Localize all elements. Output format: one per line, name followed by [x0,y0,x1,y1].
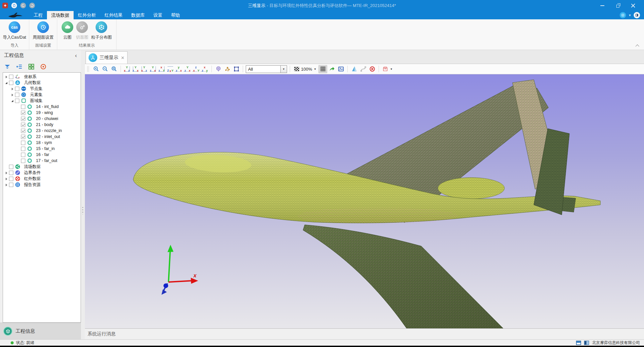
view-left-button[interactable]: Yxz [140,65,149,73]
view-iso-2-button[interactable]: Yzx [183,65,192,73]
tree-expander-icon[interactable] [5,183,8,187]
tree-checkbox[interactable] [9,177,13,181]
tree-item-20-chuiwei[interactable]: 20 - chuiwei [3,116,81,122]
tree-checkbox[interactable] [15,93,19,97]
clear-results-button[interactable] [368,65,377,73]
tree-checkbox[interactable] [21,135,25,139]
tree-checkbox[interactable] [15,87,19,91]
tree-checkbox[interactable] [21,159,25,163]
filter-button[interactable] [3,63,11,71]
tab-flow-data[interactable]: 流场数据 [47,11,74,19]
tree-item-node-set[interactable]: 节点集 [3,86,81,92]
tree-expander-icon[interactable] [5,75,8,79]
zoom-in-button[interactable] [92,65,101,73]
app-icon[interactable] [2,3,8,8]
view-bottom-button[interactable]: ZYx [166,65,175,73]
tree-item-coordinate-system[interactable]: 坐标系 [3,74,81,80]
probe-button[interactable] [214,65,223,73]
particle-distribution-button[interactable]: 粒子分布图 [90,21,114,50]
tree-expander-icon[interactable] [5,81,8,85]
export-view-button[interactable] [327,65,336,73]
panel-splitter[interactable] [81,50,85,339]
tab-settings[interactable]: 设置 [149,11,167,19]
periodic-face-button[interactable]: 周期面设置 [31,21,55,50]
tab-help[interactable]: 帮助 [167,11,184,19]
section-box-button[interactable]: ▼ [381,66,394,72]
group-view-button[interactable] [27,63,35,71]
tree-item-flow-field-data[interactable]: 流场数据 [3,164,81,170]
tree-item-22-inlet-out[interactable]: 22 - inlet_out [3,134,81,140]
tree-checkbox[interactable] [21,105,25,109]
tree-item-boundary-conditions[interactable]: 边界条件 [3,170,81,176]
tab-database[interactable]: 数据库 [127,11,149,19]
snapshot-button[interactable] [336,65,345,73]
minimize-button[interactable] [600,3,605,8]
maximize-button[interactable] [615,3,620,8]
workspace-dropdown-arrow[interactable]: ▼ [628,14,631,17]
grid-toggle-button[interactable] [318,65,327,73]
zoom-fit-button[interactable] [110,65,119,73]
tree-checkbox[interactable] [21,147,25,151]
tree-expander-icon[interactable] [11,99,14,103]
collapse-panel-button[interactable]: ‹ [75,53,77,58]
window-layout-icon-2[interactable] [584,341,589,345]
particle-trace-button[interactable] [223,65,232,73]
tree-item-report-resources[interactable]: 报告资源 [3,182,81,188]
zoom-out-button[interactable] [101,65,110,73]
tab-ir-analysis[interactable]: 红外分析 [74,11,100,19]
locate-button[interactable] [39,63,47,71]
panel-footer-tab[interactable]: 工程信息 [0,323,81,339]
tab-ir-results[interactable]: 红外结果 [100,11,127,19]
tree-checkbox[interactable] [21,153,25,157]
expand-tree-button[interactable] [15,63,23,71]
redo-button[interactable] [29,3,35,8]
tree-expander-icon[interactable] [5,171,8,175]
tree-item-16-far[interactable]: 16 - far [3,152,81,158]
tree-checkbox[interactable] [21,111,25,115]
tree-item-21-body[interactable]: 21 - body [3,122,81,128]
view-top-button[interactable]: xzY [158,65,166,73]
close-tab-icon[interactable]: ✕ [121,55,125,60]
import-cas-dat-button[interactable]: cas 导入Cas/Dat [1,21,27,50]
view-iso-4-button[interactable]: xzy [201,65,209,73]
tree-checkbox[interactable] [9,171,13,175]
path-curve-button[interactable] [359,65,368,73]
window-layout-icon-1[interactable] [576,341,581,345]
tree-checkbox[interactable] [9,165,13,169]
tree-item-infrared-data[interactable]: 红外数据 [3,176,81,182]
slice-map-button[interactable]: 切面图 [75,21,90,50]
tree-expander-icon[interactable] [5,177,8,181]
tree-checkbox[interactable] [9,81,13,85]
cloud-map-button[interactable]: 云图 [60,21,75,50]
tree-checkbox[interactable] [21,123,25,127]
view-right-button[interactable]: Yzx [149,65,158,73]
tree-checkbox[interactable] [15,99,19,103]
viewport-3d[interactable]: x [85,74,644,329]
tree-item-15-far-in[interactable]: 15 - far_in [3,146,81,152]
tree-checkbox[interactable] [21,141,25,145]
workspace-button[interactable] [620,12,626,18]
tree-item-element-set[interactable]: 元素集 [3,92,81,98]
tree-checkbox[interactable] [21,117,25,121]
close-button[interactable] [631,3,635,8]
tree-checkbox[interactable] [9,183,13,187]
tab-project[interactable]: 工程 [29,11,47,19]
tree-item-19-wing[interactable]: 19 - wing [3,110,81,116]
toolbar-drag-handle[interactable] [87,66,89,72]
undo-button[interactable] [20,3,26,8]
collapse-ribbon-button[interactable] [635,44,639,47]
tree-checkbox[interactable] [21,129,25,133]
tab-3d-view[interactable]: 三维显示 ✕ [86,51,128,64]
tree-item-23-nozzle-in[interactable]: 23 - nozzle_in [3,128,81,134]
tree-expander-icon[interactable] [11,93,14,97]
display-filter-combo[interactable]: All▼ [246,65,287,73]
box-select-button[interactable] [232,65,241,73]
tree-item-17-far-out[interactable]: 17 - far_out [3,158,81,164]
tree-expander-icon[interactable] [11,87,14,91]
tree-item-18-sym[interactable]: 18 - sym [3,140,81,146]
tree-item-face-set[interactable]: 面域集 [3,98,81,104]
view-iso-3-button[interactable]: zxY [192,65,201,73]
tree-item-14-int-fluid[interactable]: 14 - int_fluid [3,104,81,110]
tree-checkbox[interactable] [9,75,13,79]
view-front-button[interactable]: Yxz [123,65,132,73]
